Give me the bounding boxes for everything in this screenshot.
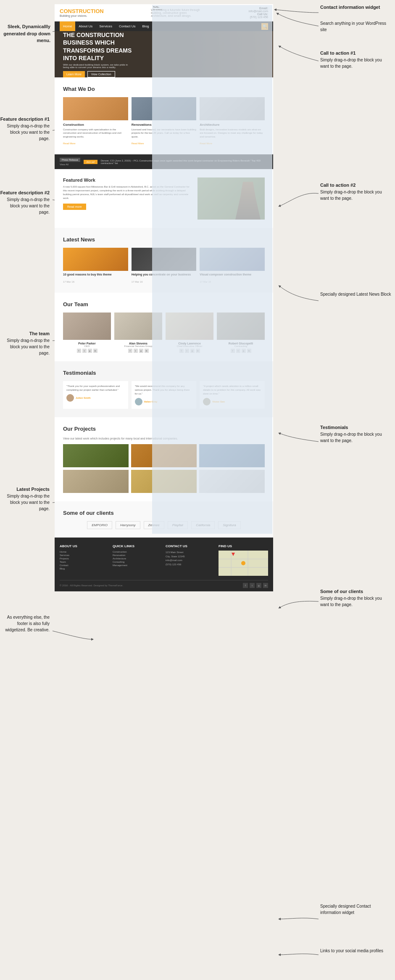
testimonial-author-1: Julien Smith	[66, 394, 125, 402]
testimonial-name-1: Julien Smith	[76, 397, 91, 399]
ann-feature1: Feature description #1 Simply drag-n-dro…	[0, 116, 50, 142]
news-grid: 10 good reasons to buy this theme 17 Mar…	[63, 248, 265, 284]
news-img-3: The Bu... Visual block	[200, 248, 265, 271]
service-construction-img	[63, 97, 128, 120]
svg-point-5	[241, 561, 245, 565]
service-renovations-link[interactable]: Read More	[132, 142, 144, 145]
news-card-1: 10 good reasons to buy this theme 17 Mar…	[63, 248, 128, 284]
footer-link-renovation[interactable]: Renovation	[113, 554, 162, 556]
service-construction-title: Construction	[63, 123, 128, 127]
nav-home[interactable]: Home	[60, 21, 75, 31]
team-social-1: f t g in	[63, 349, 111, 353]
google-icon[interactable]: g	[139, 349, 143, 353]
testimonial-avatar-1	[66, 394, 74, 402]
ann-testimonials: Testimonials Simply drag-n-drop the bloc…	[320, 424, 392, 444]
client-harrysony: Harrysony	[116, 521, 140, 529]
ann-contact-widget: Contact information widget	[320, 4, 392, 11]
linkedin-icon[interactable]: in	[145, 349, 149, 353]
footer-link-construction[interactable]: Construction	[113, 551, 162, 553]
map-svg	[219, 551, 268, 576]
footer-bottom: © 2016 - All Rights Reserved. Designed b…	[60, 580, 268, 588]
logo-text: CONSTRUCTION	[60, 8, 104, 14]
nav-about[interactable]: About Us	[75, 21, 96, 31]
testimonial-1: "Thank you for your superb professionali…	[63, 381, 128, 409]
ann-dropdown: Sleek, Dynamicallly generated drop down …	[0, 23, 50, 44]
footer-google-icon[interactable]: g	[256, 583, 261, 588]
hero-content: THE CONSTRUCTION BUSINESS WHICH TRANSFOR…	[63, 31, 139, 77]
view-all-link[interactable]: View All	[60, 163, 80, 166]
client-emporio: EMPORIO	[87, 521, 112, 529]
team-member-1: Peter Parker CEO f t g in	[63, 313, 111, 353]
ann-cta2: Call to action #2 Simply drag-n-drop the…	[320, 182, 392, 201]
footer-map	[219, 551, 268, 576]
news-date-2: 17 Mar 16	[132, 281, 143, 283]
footer-links-title: Quick Links	[113, 544, 162, 548]
facebook-icon[interactable]: f	[77, 349, 81, 353]
learn-more-button[interactable]: Learn More	[63, 71, 85, 77]
site-footer: About Us Home Services Projects Team Con…	[55, 538, 273, 591]
latest-news-section: Latest News 10 good reasons to buy this …	[55, 228, 273, 293]
footer-link-services[interactable]: Services	[60, 554, 109, 556]
footer-link-home[interactable]: Home	[60, 551, 109, 553]
service-construction-desc: Construction company with specialisation…	[63, 128, 128, 138]
service-construction: Construction Construction company with s…	[63, 97, 128, 146]
site-logo: CONSTRUCTION Building your visions.	[60, 8, 104, 17]
footer-link-team[interactable]: Team	[60, 561, 109, 563]
project-img-4[interactable]	[63, 470, 129, 493]
footer-contact-title: Contact Us	[166, 544, 215, 548]
logo-sub: Building your visions.	[60, 14, 104, 17]
team-img-1	[63, 313, 111, 340]
linkedin-icon[interactable]: in	[93, 349, 97, 353]
nav-blog[interactable]: Blog	[139, 21, 153, 31]
ann-footer-contact: Specially designed Contact information w…	[320, 903, 392, 916]
hero-buttons: Learn More View Collection	[63, 71, 139, 77]
footer-contact-col: Contact Us 123 Main StreetCity, State 12…	[166, 544, 215, 576]
ann-clients: Some of our clients Simply drag-n-drop t…	[320, 588, 392, 608]
news-card-3: The Bu... Visual block Visual composer c…	[200, 248, 265, 284]
service-construction-link[interactable]: Read More	[63, 142, 76, 145]
ann-latest-projects: Latest Projects Simply drag-n-drop the b…	[0, 486, 50, 512]
footer-address: 123 Main StreetCity, State 12345info@mai…	[166, 551, 215, 567]
press-join-button[interactable]: Join us!	[84, 160, 97, 164]
footer-copyright: © 2016 - All Rights Reserved. Designed b…	[60, 584, 123, 587]
twitter-icon[interactable]: t	[82, 349, 87, 353]
page-container: Sleek, Dynamicallly generated drop down …	[0, 0, 395, 980]
footer-link-blog[interactable]: Blog	[60, 567, 109, 570]
footer-map-title: Find Us	[219, 544, 268, 548]
twitter-icon[interactable]: t	[134, 349, 138, 353]
footer-social-links: f t g in	[243, 583, 268, 588]
google-icon[interactable]: g	[88, 349, 92, 353]
footer-link-architecture[interactable]: Architecture	[113, 557, 162, 560]
hero-subtitle: With our dedicated building block system…	[63, 64, 130, 69]
footer-link-projects[interactable]: Projects	[60, 557, 109, 560]
ann-latest-news: Specially designed Latest News Block	[320, 291, 392, 297]
ann-team: The team Simply drag-n-drop the block yo…	[0, 330, 50, 356]
ann-feature2: Feature description #2 Simply drag-n-dro…	[0, 189, 50, 215]
nav-contact[interactable]: Contact Us	[116, 21, 139, 31]
footer-facebook-icon[interactable]: f	[243, 583, 248, 588]
testimonial-quote-1: "Thank you for your superb professionali…	[66, 384, 125, 392]
footer-link-management[interactable]: Management	[113, 564, 162, 567]
footer-grid: About Us Home Services Projects Team Con…	[60, 544, 268, 576]
ann-cta1: Call to action #1 Simply drag-n-drop the…	[320, 50, 392, 69]
footer-link-consulting[interactable]: Consulting	[113, 561, 162, 563]
website-mockup: CONSTRUCTION Building your visions. We c…	[55, 4, 273, 591]
press-label: Press Release	[60, 158, 80, 162]
footer-map-col: Find Us	[219, 544, 268, 576]
testimonial-avatar-2	[135, 398, 142, 405]
ann-footer-note: As everything else, the footer is also f…	[0, 614, 50, 633]
footer-link-contact[interactable]: Contact	[60, 564, 109, 567]
team-name-1: Peter Parker	[63, 342, 111, 345]
footer-linkedin-icon[interactable]: in	[263, 583, 268, 588]
nav-services[interactable]: Services	[96, 21, 116, 31]
team-role-1: CEO	[63, 345, 111, 347]
project-img-1[interactable]	[63, 444, 129, 467]
hero-title: THE CONSTRUCTION BUSINESS WHICH TRANSFOR…	[63, 31, 139, 62]
view-collection-button[interactable]: View Collection	[87, 71, 115, 77]
facebook-icon[interactable]: f	[128, 349, 132, 353]
footer-links: Quick Links Construction Renovation Arch…	[113, 544, 162, 576]
featured-read-more-button[interactable]: Read more	[63, 204, 86, 210]
footer-about-title: About Us	[60, 544, 109, 548]
footer-twitter-icon[interactable]: t	[250, 583, 255, 588]
footer-about: About Us Home Services Projects Team Con…	[60, 544, 109, 576]
